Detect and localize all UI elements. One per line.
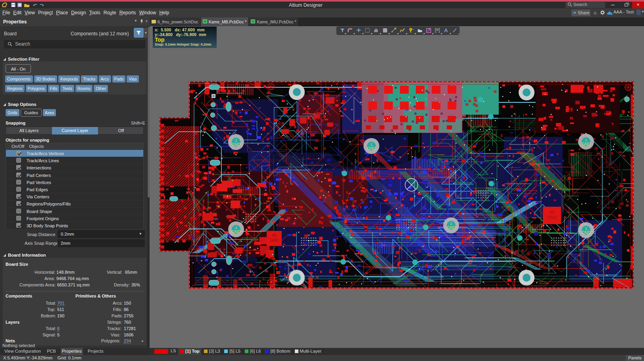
svg-text:GND: GND: [582, 230, 590, 235]
svg-text:GND: GND: [582, 142, 590, 146]
svg-text:1: 1: [235, 226, 237, 230]
svg-text:GND: GND: [547, 215, 557, 220]
svg-text:A: A: [444, 27, 448, 33]
svg-text:GND: GND: [270, 238, 279, 242]
svg-text:65: 65: [272, 233, 277, 238]
svg-text:1: 1: [585, 138, 587, 142]
svg-text:49: 49: [550, 210, 554, 215]
svg-text:GND: GND: [232, 142, 240, 147]
svg-text:1: 1: [370, 142, 372, 146]
svg-text:GND: GND: [232, 230, 240, 234]
svg-text:1: 1: [450, 222, 452, 226]
svg-text:1: 1: [235, 138, 237, 142]
svg-text:GND: GND: [447, 226, 456, 230]
svg-text:1: 1: [585, 227, 587, 230]
svg-text:GND: GND: [367, 146, 376, 151]
